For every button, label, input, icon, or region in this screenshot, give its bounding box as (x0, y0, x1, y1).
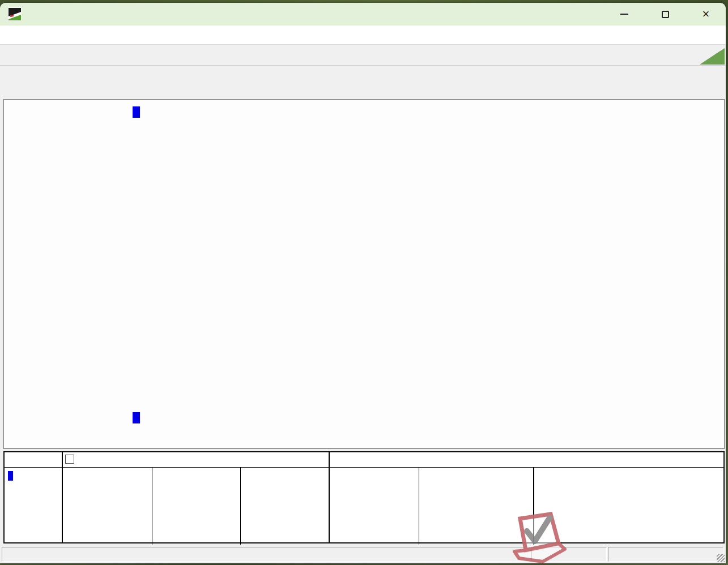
statusbar-hint (2, 547, 530, 562)
table-divider (240, 468, 241, 545)
status-info-bar (0, 65, 726, 98)
table-divider (152, 468, 152, 545)
channel-color-marker (8, 471, 13, 481)
table-divider (533, 468, 534, 545)
minimize-button[interactable] (611, 3, 637, 25)
resize-grip[interactable] (717, 554, 725, 562)
green-corner-triangle (700, 48, 725, 65)
power-chart[interactable] (4, 100, 724, 448)
menu-bar (0, 25, 726, 44)
chart-panel (3, 99, 725, 449)
statusbar-device (608, 547, 723, 562)
minmax-checkbox[interactable] (65, 455, 74, 464)
minimize-icon (620, 14, 628, 15)
title-bar: × (0, 3, 726, 25)
maximize-icon (662, 11, 669, 18)
app-logo-icon (8, 7, 22, 21)
close-button[interactable]: × (693, 3, 719, 25)
status-bar (0, 545, 726, 563)
table-divider (419, 468, 419, 545)
table-divider (329, 452, 330, 542)
table-header-divider (5, 467, 723, 468)
toolbar (0, 44, 726, 65)
cursor-value-table (3, 451, 725, 543)
statusbar-spacer (531, 547, 607, 562)
app-window: × (0, 3, 726, 563)
y-min-marker[interactable] (133, 412, 140, 423)
maximize-button[interactable] (652, 3, 678, 25)
y-max-marker[interactable] (133, 106, 140, 118)
table-divider (62, 452, 63, 542)
close-icon: × (703, 8, 710, 20)
